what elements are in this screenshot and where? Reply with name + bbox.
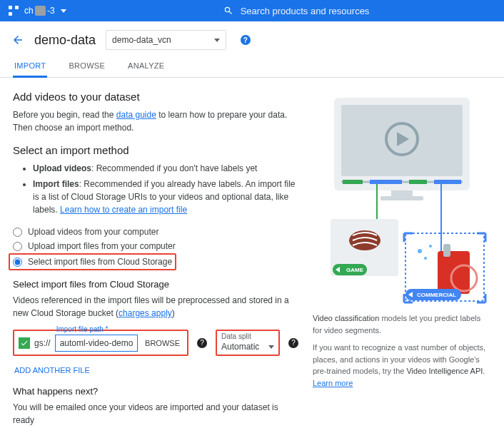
import-method-radios: Upload videos from your computer Upload … (13, 225, 298, 270)
svg-text:COMMERCIAL: COMMERCIAL (417, 292, 456, 298)
learn-more-link[interactable]: Learn more (313, 379, 353, 387)
import-file-box: gs:// Import file path * BROWSE (13, 330, 188, 356)
svg-rect-4 (391, 190, 413, 196)
svg-rect-7 (343, 180, 363, 184)
what-next-body: You will be emailed once your videos are… (13, 401, 298, 427)
page-title: demo-data (34, 33, 96, 48)
back-arrow-icon[interactable] (11, 34, 24, 46)
add-videos-heading: Add videos to your dataset (13, 91, 298, 103)
help-icon[interactable]: ? (197, 338, 207, 348)
data-split-value: Automatic (221, 342, 259, 352)
cloud-logo-icon (9, 6, 19, 16)
info-panel: GAME COMMERCIAL Video classification mod… (313, 91, 491, 428)
cloud-console-topbar: ch -3 Search products and resources (0, 0, 504, 21)
radio-cloud-storage-input[interactable] (13, 258, 22, 267)
project-name: ch -3 (24, 6, 55, 16)
info-desc-1: Video classification models let you pred… (313, 312, 491, 336)
radio-upload-videos[interactable]: Upload videos from your computer (13, 225, 298, 239)
radio-cloud-storage[interactable]: Select import files from Cloud Storage (9, 253, 176, 270)
import-file-input[interactable] (55, 335, 138, 352)
learn-import-file-link[interactable]: Learn how to create an import file (60, 205, 187, 215)
select-method-heading: Select an import method (13, 144, 298, 156)
radio-upload-videos-input[interactable] (13, 228, 22, 237)
import-file-label: Import file path * (56, 325, 109, 333)
svg-point-20 (429, 245, 432, 248)
cloud-storage-heading: Select import files from Cloud Storage (13, 279, 298, 290)
info-desc-2: If you want to recognize a vast number o… (313, 342, 491, 389)
help-icon[interactable]: ? (241, 35, 251, 45)
svg-point-21 (424, 257, 427, 260)
cloud-storage-desc: Videos referenced in the import files wi… (13, 294, 298, 320)
tab-import[interactable]: IMPORT (13, 56, 47, 77)
svg-rect-10 (434, 180, 461, 184)
radio-upload-import-files-input[interactable] (13, 242, 22, 251)
import-method-bullets: Upload videos: Recommended if you don't … (13, 162, 298, 216)
chevron-down-icon (268, 345, 274, 349)
data-guide-link[interactable]: data guide (116, 110, 156, 120)
classification-illustration: GAME COMMERCIAL (313, 91, 491, 305)
svg-text:GAME: GAME (346, 267, 364, 273)
dataset-tabs: IMPORT BROWSE ANALYZE (0, 56, 504, 78)
search-placeholder: Search products and resources (241, 6, 370, 16)
bullet-import-files: Import files: Recommended if you already… (33, 178, 298, 216)
help-icon[interactable]: ? (288, 338, 298, 348)
tab-analyze[interactable]: ANALYZE (126, 56, 166, 77)
data-split-dropdown[interactable]: Data split Automatic (216, 330, 280, 356)
chevron-down-icon (61, 9, 66, 13)
add-another-file-button[interactable]: ADD ANOTHER FILE (13, 362, 91, 379)
browse-button[interactable]: BROWSE (142, 336, 183, 350)
page-titlebar: demo-data demo-data_vcn ? (0, 21, 504, 56)
svg-rect-24 (443, 244, 450, 257)
import-file-row: gs:// Import file path * BROWSE ? Data s… (13, 330, 298, 356)
svg-rect-9 (409, 180, 427, 184)
dataset-selector[interactable]: demo-data_vcn (106, 30, 226, 50)
add-videos-intro: Before you begin, read the data guide to… (13, 108, 298, 134)
check-icon (19, 337, 30, 349)
tab-browse[interactable]: BROWSE (67, 56, 106, 77)
data-split-label: Data split (221, 332, 274, 340)
global-search[interactable]: Search products and resources (223, 6, 370, 16)
what-next-heading: What happens next? (13, 386, 298, 397)
radio-upload-import-files[interactable]: Upload import files from your computer (13, 239, 298, 253)
project-picker[interactable]: ch -3 (9, 6, 66, 16)
svg-point-19 (418, 249, 422, 253)
svg-rect-8 (370, 180, 402, 184)
bullet-upload-videos: Upload videos: Recommended if you don't … (33, 162, 298, 175)
chevron-down-icon (214, 39, 220, 42)
svg-rect-5 (380, 196, 423, 200)
charges-apply-link[interactable]: charges apply (119, 308, 172, 318)
gs-prefix: gs:// (34, 338, 51, 348)
dataset-selector-value: demo-data_vcn (112, 35, 171, 45)
search-icon (223, 6, 233, 16)
